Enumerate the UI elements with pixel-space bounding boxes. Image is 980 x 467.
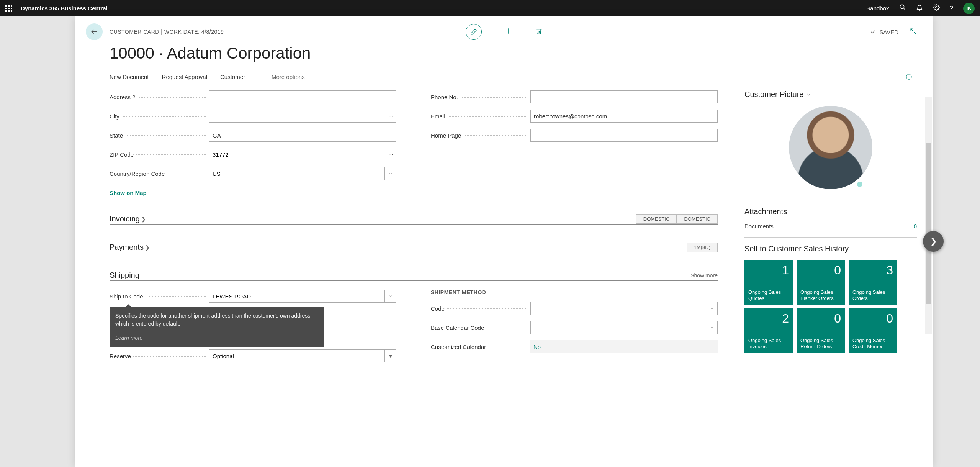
label-country: Country/Region Code xyxy=(110,170,209,177)
tiles-row-1: 1Ongoing Sales Quotes 0Ongoing Sales Bla… xyxy=(744,260,917,305)
dropdown-shipment-code-button[interactable] xyxy=(706,302,718,315)
svg-point-0 xyxy=(900,5,904,9)
tile-ongoing-sales-quotes[interactable]: 1Ongoing Sales Quotes xyxy=(744,260,793,305)
label-state: State xyxy=(110,132,209,139)
input-country[interactable] xyxy=(209,167,385,180)
dropdown-base-calendar-button[interactable] xyxy=(706,321,718,334)
svg-line-8 xyxy=(911,29,913,31)
svg-line-9 xyxy=(914,32,916,34)
environment-label: Sandbox xyxy=(866,5,889,11)
input-ship-to-code[interactable] xyxy=(209,290,385,303)
tile-ongoing-sales-blanket-orders[interactable]: 0Ongoing Sales Blanket Orders xyxy=(797,260,845,305)
lookup-zip-button[interactable]: ··· xyxy=(386,148,396,161)
label-city: City xyxy=(110,113,209,120)
input-email[interactable] xyxy=(530,110,718,123)
help-icon[interactable]: ? xyxy=(950,5,953,12)
delete-button[interactable] xyxy=(535,27,542,37)
info-icon[interactable]: ⓘ xyxy=(900,68,918,86)
collapse-icon[interactable] xyxy=(910,28,917,36)
chevron-right-icon: ❯ xyxy=(141,216,146,222)
label-shipment-code: Code xyxy=(431,305,530,312)
new-button[interactable] xyxy=(505,27,512,37)
sales-history-title: Sell-to Customer Sales History xyxy=(744,244,917,253)
input-address2[interactable] xyxy=(209,90,396,103)
value-customized-calendar: No xyxy=(530,340,718,353)
attachments-documents-label: Documents xyxy=(744,223,774,229)
input-base-calendar[interactable] xyxy=(530,321,706,334)
input-phone[interactable] xyxy=(530,90,718,103)
chevron-down-icon xyxy=(806,92,811,97)
dropdown-country-button[interactable] xyxy=(385,167,396,180)
field-tooltip: Specifies the code for another shipment … xyxy=(110,307,324,347)
tile-ongoing-sales-orders[interactable]: 3Ongoing Sales Orders xyxy=(849,260,897,305)
section-payments[interactable]: Payments ❯ xyxy=(110,243,150,252)
action-request-approval[interactable]: Request Approval xyxy=(162,74,207,80)
main-column: Address 2 City ··· State xyxy=(110,90,733,452)
tooltip-learn-more[interactable]: Learn more xyxy=(115,334,318,342)
tile-ongoing-sales-invoices[interactable]: 2Ongoing Sales Invoices xyxy=(744,308,793,353)
svg-point-2 xyxy=(935,7,937,8)
top-bar: Dynamics 365 Business Central Sandbox ? … xyxy=(0,0,980,16)
label-customized-calendar: Customized Calendar xyxy=(431,344,530,350)
label-reserve: Reserve xyxy=(110,353,209,359)
tile-ongoing-sales-credit-memos[interactable]: 0Ongoing Sales Credit Memos xyxy=(849,308,897,353)
tile-ongoing-sales-return-orders[interactable]: 0Ongoing Sales Return Orders xyxy=(797,308,845,353)
attachments-title: Attachments xyxy=(744,207,917,216)
chevron-right-icon: ❯ xyxy=(145,244,150,251)
lookup-city-button[interactable]: ··· xyxy=(386,110,396,123)
app-title: Dynamics 365 Business Central xyxy=(21,5,108,11)
section-invoicing[interactable]: Invoicing ❯ xyxy=(110,215,146,223)
user-avatar[interactable]: IK xyxy=(963,3,975,14)
factbox-pane: Customer Picture Attachments Documents 0… xyxy=(733,90,917,452)
tooltip-text: Specifies the code for another shipment … xyxy=(115,312,318,328)
action-new-document[interactable]: New Document xyxy=(110,74,149,80)
action-customer[interactable]: Customer xyxy=(220,74,245,80)
invoicing-tag2: DOMESTIC xyxy=(677,214,718,224)
label-homepage: Home Page xyxy=(431,132,530,139)
input-state[interactable] xyxy=(209,129,396,142)
label-zip: ZIP Code xyxy=(110,151,209,158)
invoicing-tag1: DOMESTIC xyxy=(636,214,677,224)
breadcrumb: CUSTOMER CARD | WORK DATE: 4/8/2019 xyxy=(110,29,224,35)
back-button[interactable] xyxy=(86,23,103,40)
input-shipment-code[interactable] xyxy=(530,302,706,315)
action-bar: New Document Request Approval Customer M… xyxy=(110,68,917,85)
input-city[interactable] xyxy=(209,110,386,123)
input-reserve[interactable] xyxy=(209,349,385,362)
label-ship-to-code: Ship-to Code xyxy=(110,293,209,300)
dropdown-ship-to-code-button[interactable] xyxy=(385,290,396,303)
customer-picture[interactable] xyxy=(789,106,872,189)
label-phone: Phone No. xyxy=(431,94,530,100)
input-homepage[interactable] xyxy=(530,129,718,142)
shipping-show-more[interactable]: Show more xyxy=(690,272,718,279)
customer-card: CUSTOMER CARD | WORK DATE: 4/8/2019 SAVE… xyxy=(75,16,933,467)
search-icon[interactable] xyxy=(899,4,906,13)
action-more-options[interactable]: More options xyxy=(272,74,305,80)
scrollbar[interactable] xyxy=(925,97,932,334)
label-email: Email xyxy=(431,113,530,120)
section-shipping[interactable]: Shipping xyxy=(110,271,139,280)
attachments-documents-count[interactable]: 0 xyxy=(914,223,917,229)
customer-picture-title[interactable]: Customer Picture xyxy=(744,90,917,99)
page-title: 10000 · Adatum Corporation xyxy=(75,40,933,68)
divider xyxy=(258,72,258,81)
input-zip[interactable] xyxy=(209,148,386,161)
label-base-calendar: Base Calendar Code xyxy=(431,324,530,331)
tiles-row-2: 2Ongoing Sales Invoices 0Ongoing Sales R… xyxy=(744,308,917,353)
label-address2: Address 2 xyxy=(110,94,209,100)
edit-button[interactable] xyxy=(466,24,482,40)
bell-icon[interactable] xyxy=(916,4,923,13)
shipment-method-heading: SHIPMENT METHOD xyxy=(431,289,718,295)
gear-icon[interactable] xyxy=(933,4,940,13)
show-on-map-link[interactable]: Show on Map xyxy=(110,190,147,196)
payments-tag: 1M(8D) xyxy=(687,243,718,252)
dropdown-reserve-button[interactable]: ▾ xyxy=(385,349,396,362)
saved-indicator: SAVED xyxy=(870,29,898,35)
app-launcher-icon[interactable] xyxy=(5,5,12,12)
svg-line-1 xyxy=(903,8,905,10)
expand-factbox-button[interactable]: ❯ xyxy=(923,231,944,252)
